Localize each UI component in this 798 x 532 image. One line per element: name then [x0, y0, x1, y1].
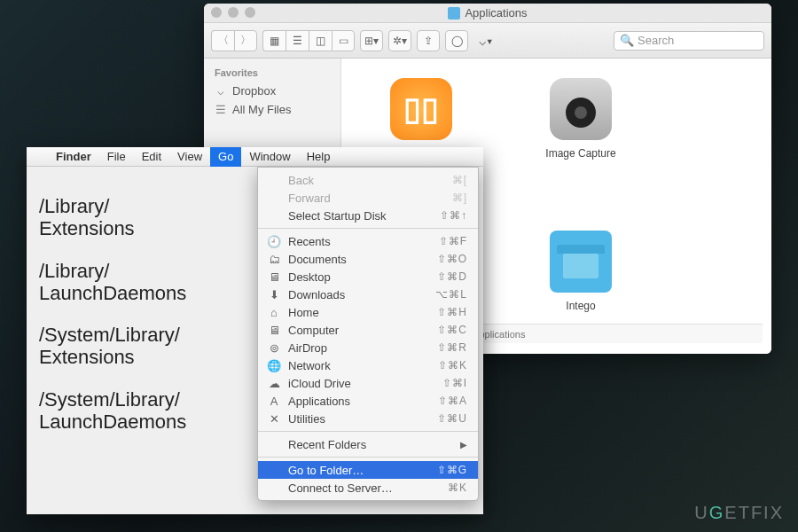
- dropbox-toolbar-icon[interactable]: ⌵▾: [473, 34, 498, 48]
- share-button[interactable]: ⇪: [417, 30, 440, 51]
- app-label: Image Capture: [545, 147, 615, 160]
- app-label: Intego: [566, 300, 595, 312]
- sidebar-item-label: All My Files: [232, 103, 291, 116]
- menu-item-label: Home: [288, 306, 430, 319]
- menu-item-applications[interactable]: AApplications⇧⌘A: [258, 392, 478, 410]
- menu-item-icloud-drive[interactable]: ☁iCloud Drive⇧⌘I: [258, 374, 478, 392]
- menubar-help[interactable]: Help: [299, 147, 339, 167]
- menu-item-label: Desktop: [288, 270, 430, 284]
- back-button[interactable]: 〈: [211, 30, 234, 51]
- window-controls[interactable]: [211, 7, 255, 18]
- menu-item-icon: 🌐: [267, 359, 281, 372]
- menubar-go[interactable]: Go: [210, 147, 241, 167]
- menu-item-home[interactable]: ⌂Home⇧⌘H: [258, 303, 478, 321]
- path-list: /Library/ Extensions /Library/ LaunchDae…: [39, 195, 186, 452]
- menu-item-recents[interactable]: 🕘Recents⇧⌘F: [258, 232, 478, 250]
- menubar-file[interactable]: File: [99, 147, 134, 167]
- menu-item-icon: 🖥: [267, 270, 281, 284]
- menu-item-shortcut: ⌥⌘L: [435, 288, 467, 301]
- path-text: /System/Library/ Extensions: [39, 324, 186, 369]
- close-icon[interactable]: [211, 7, 222, 18]
- menu-item-label: Select Startup Disk: [288, 209, 433, 223]
- path-text: /Library/ Extensions: [39, 195, 186, 240]
- menu-item-shortcut: ⇧⌘A: [438, 395, 467, 407]
- action-button[interactable]: ✲▾: [388, 30, 411, 51]
- sidebar-heading: Favorites: [204, 66, 340, 82]
- menu-item-connect-to-server-[interactable]: Connect to Server…⌘K: [258, 479, 478, 497]
- menu-item-label: Back: [288, 174, 445, 187]
- menu-item-label: Go to Folder…: [288, 464, 430, 477]
- menu-item-label: Recent Folders: [288, 438, 453, 451]
- menubar: Finder File Edit View Go Window Help: [27, 147, 483, 167]
- finder-toolbar: 〈 〉 ▦ ☰ ◫ ▭ ⊞▾ ✲▾ ⇪ ◯ ⌵▾ 🔍 Search: [204, 23, 771, 59]
- menu-item-label: Utilities: [288, 412, 430, 426]
- menu-item-select-startup-disk[interactable]: Select Startup Disk⇧⌘↑: [258, 207, 478, 224]
- menu-item-shortcut: ⇧⌘H: [437, 306, 467, 318]
- menu-item-icon: A: [267, 395, 281, 408]
- menu-item-shortcut: ⌘K: [448, 481, 467, 494]
- gallery-view-button[interactable]: ▭: [332, 30, 355, 51]
- finder-titlebar: Applications: [204, 4, 771, 23]
- menubar-edit[interactable]: Edit: [134, 147, 169, 167]
- list-view-button[interactable]: ☰: [286, 30, 309, 51]
- app-image-capture[interactable]: Image Capture: [536, 78, 625, 160]
- forward-button[interactable]: 〉: [234, 30, 257, 51]
- menu-item-icon: ☁: [267, 377, 281, 390]
- menu-item-label: iCloud Drive: [288, 377, 435, 390]
- menu-item-shortcut: ⇧⌘K: [438, 359, 467, 372]
- menu-item-label: Connect to Server…: [288, 481, 441, 495]
- path-text: /System/Library/ LaunchDaemons: [39, 388, 186, 434]
- search-input[interactable]: 🔍 Search: [614, 31, 764, 51]
- allfiles-icon: ☰: [215, 103, 227, 116]
- minimize-icon[interactable]: [228, 7, 239, 18]
- menu-item-shortcut: ⇧⌘I: [442, 377, 467, 389]
- menu-item-icon: 🗂: [267, 253, 281, 266]
- menu-item-documents[interactable]: 🗂Documents⇧⌘O: [258, 250, 478, 268]
- go-menu: Back⌘[Forward⌘]Select Startup Disk⇧⌘↑🕘Re…: [257, 167, 479, 501]
- menu-item-icon: ✕: [267, 412, 281, 426]
- menu-item-airdrop[interactable]: ⊚AirDrop⇧⌘R: [258, 339, 478, 356]
- sidebar-item-allmyfiles[interactable]: ☰ All My Files: [204, 100, 340, 119]
- window-title-text: Applications: [465, 6, 527, 20]
- menu-item-shortcut: ⌘]: [452, 192, 467, 204]
- menu-item-shortcut: ⇧⌘C: [437, 324, 467, 336]
- menu-item-shortcut: ⌘[: [452, 174, 467, 186]
- arrange-button[interactable]: ⊞▾: [360, 30, 383, 51]
- dropbox-icon: ⌵: [215, 84, 227, 98]
- menu-item-label: Forward: [288, 192, 445, 205]
- menu-item-shortcut: ⇧⌘U: [437, 412, 467, 425]
- menu-item-icon: ⌂: [267, 306, 281, 319]
- menubar-appname[interactable]: Finder: [48, 147, 99, 167]
- tags-button[interactable]: ◯: [445, 30, 468, 51]
- menu-item-recent-folders[interactable]: Recent Folders▶: [258, 435, 478, 453]
- app-intego[interactable]: Intego: [536, 231, 625, 312]
- chevron-right-icon: ▶: [460, 440, 467, 450]
- folder-app-icon: [550, 231, 612, 293]
- menu-item-downloads[interactable]: ⬇Downloads⌥⌘L: [258, 286, 478, 303]
- window-title: Applications: [448, 6, 527, 20]
- search-placeholder: Search: [638, 34, 674, 47]
- menu-item-shortcut: ⇧⌘R: [437, 341, 467, 354]
- menu-item-go-to-folder-[interactable]: Go to Folder…⇧⌘G: [258, 461, 478, 479]
- column-view-button[interactable]: ◫: [309, 30, 332, 51]
- menu-item-label: Recents: [288, 235, 432, 248]
- camera-icon: [550, 78, 612, 140]
- menu-item-back: Back⌘[: [258, 171, 478, 189]
- ibooks-icon: ▯▯: [390, 78, 452, 140]
- zoom-icon[interactable]: [245, 7, 255, 18]
- menu-item-label: AirDrop: [288, 341, 430, 355]
- search-icon: 🔍: [620, 34, 634, 47]
- path-text: /Library/ LaunchDaemons: [39, 260, 186, 305]
- view-buttons: ▦ ☰ ◫ ▭: [262, 30, 355, 51]
- menu-separator: [258, 457, 478, 458]
- menu-item-shortcut: ⇧⌘F: [439, 235, 467, 247]
- menubar-window[interactable]: Window: [241, 147, 298, 167]
- menu-item-desktop[interactable]: 🖥Desktop⇧⌘D: [258, 268, 478, 286]
- menu-item-network[interactable]: 🌐Network⇧⌘K: [258, 356, 478, 374]
- menu-item-shortcut: ⇧⌘O: [437, 253, 467, 265]
- menu-item-utilities[interactable]: ✕Utilities⇧⌘U: [258, 410, 478, 427]
- sidebar-item-dropbox[interactable]: ⌵ Dropbox: [204, 82, 340, 100]
- menu-item-computer[interactable]: 🖥Computer⇧⌘C: [258, 321, 478, 339]
- icon-view-button[interactable]: ▦: [262, 30, 286, 51]
- menubar-view[interactable]: View: [169, 147, 210, 167]
